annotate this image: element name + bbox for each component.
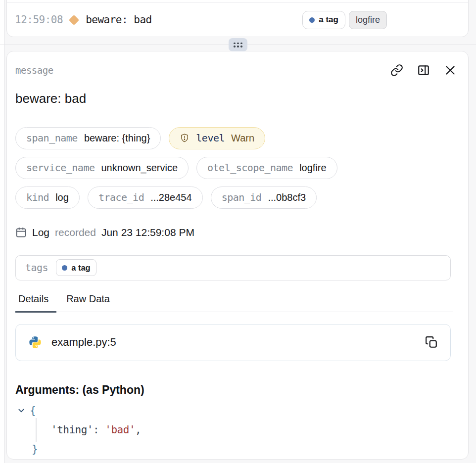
scope-chip[interactable]: logfire [349,11,387,29]
warn-level-diamond-icon [69,14,79,25]
tag-dot-icon [62,265,67,271]
left-gutter [0,0,4,463]
arg-comma: , [135,424,141,436]
detail-tabs: Details Raw Data [15,293,453,312]
attribute-pills: span_name beware: {thing} level Warn [15,127,460,209]
pill-key: span_name [26,132,78,144]
tag-chip[interactable]: a tag [56,259,96,276]
pill-value: logfire [299,162,326,174]
copy-link-icon[interactable] [390,64,403,77]
pill-key: span_id [222,191,262,203]
arguments-code-block: { 'thing': 'bad', } [15,403,460,457]
panel-header-label: message [15,65,53,76]
tab-details[interactable]: Details [15,293,56,313]
pill-key: level [196,132,225,144]
pill-otel-scope-name[interactable]: otel_scope_name logfire [196,157,337,179]
open-brace: { [30,405,36,417]
open-side-panel-icon[interactable] [417,64,430,77]
pill-key: service_name [26,162,95,174]
recorded-kind: Log [32,227,49,238]
log-row[interactable]: 12:59:08 beware: bad a tag logfire [7,3,468,37]
span-detail-panel: message [6,51,469,460]
pill-level[interactable]: level Warn [169,127,265,149]
tag-chip-label: a tag [71,263,91,273]
pill-value: ...28e454 [150,192,191,203]
pill-trace-id[interactable]: trace_id ...28e454 [88,186,203,209]
pill-span-id[interactable]: span_id ...0b8cf3 [211,186,317,209]
recorded-verb: recorded [55,227,96,238]
log-list-card: 12:59:08 beware: bad a tag logfire [6,0,469,37]
pill-value: ...0b8cf3 [268,192,306,203]
pill-value: unknown_service [101,162,178,174]
pill-key: trace_id [98,191,144,203]
span-title: beware: bad [15,92,460,106]
arguments-heading: Arguments: (as Python) [15,383,460,397]
pill-key: otel_scope_name [207,162,293,174]
tag-chip-label: a tag [319,15,338,25]
copy-icon[interactable] [425,336,438,349]
tags-box: tags a tag [15,255,451,280]
pill-span-name[interactable]: span_name beware: {thing} [15,127,161,149]
tab-raw-data[interactable]: Raw Data [63,293,118,312]
scope-chip-label: logfire [356,15,380,25]
pill-value: Warn [231,133,254,144]
pill-kind[interactable]: kind log [15,186,80,209]
tag-chip[interactable]: a tag [302,11,345,29]
logfire-app: 12:59:08 beware: bad a tag logfire messa… [0,0,476,463]
tag-dot-icon [309,17,315,23]
recorded-timestamp-row: Log recorded Jun 23 12:59:08 PM [15,227,460,238]
close-icon[interactable] [444,64,457,77]
arg-key: 'thing': [51,424,99,436]
panel-resize-handle[interactable] [229,38,247,51]
grip-dots-icon [234,43,242,47]
arg-value: 'bad' [105,424,135,436]
recorded-time: Jun 23 12:59:08 PM [101,227,194,238]
source-file-link[interactable]: example.py:5 [51,336,116,349]
panel-header: message [15,64,460,77]
shield-alert-icon [180,133,190,143]
left-divider-line [4,0,4,463]
log-message: beware: bad [86,14,152,26]
pill-value: beware: {thing} [84,133,150,144]
pill-key: kind [26,191,49,203]
chevron-down-icon[interactable] [17,407,25,415]
pill-service-name[interactable]: service_name unknown_service [15,157,189,179]
pill-value: log [55,192,69,203]
calendar-icon [15,227,27,238]
close-brace: } [32,443,38,455]
tags-label: tags [25,262,48,274]
python-icon [28,335,42,349]
log-timestamp: 12:59:08 [15,14,63,26]
code-body: 'thing': 'bad', [36,418,460,442]
code-location-box: example.py:5 [15,324,451,361]
